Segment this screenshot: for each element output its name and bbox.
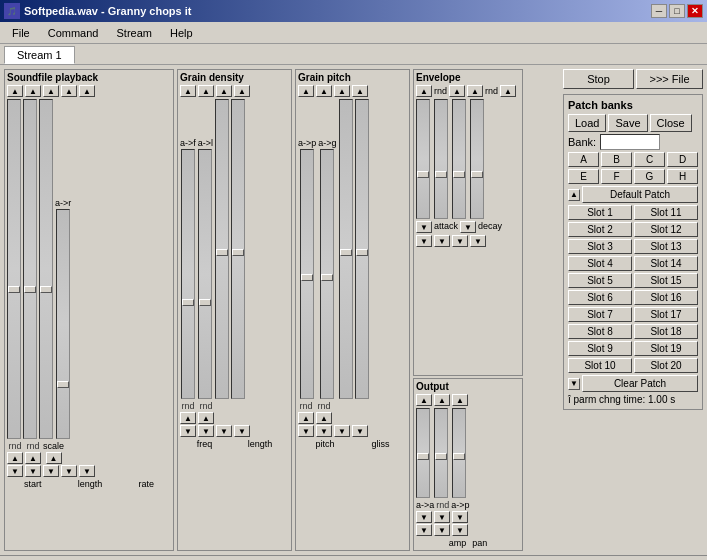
gd-slider-4[interactable] — [231, 99, 245, 399]
sp-down-arrow-2[interactable]: ▼ — [25, 465, 41, 477]
gp-down-4[interactable]: ▼ — [352, 425, 368, 437]
menu-stream[interactable]: Stream — [108, 25, 159, 41]
sp-slider-4[interactable] — [56, 209, 70, 439]
sp-up-arrow-4[interactable]: ▲ — [61, 85, 77, 97]
sp-up-arrow-3[interactable]: ▲ — [43, 85, 59, 97]
out-up-2[interactable]: ▲ — [434, 394, 450, 406]
slot-19[interactable]: Slot 19 — [634, 341, 698, 356]
gp-up-2[interactable]: ▲ — [316, 85, 332, 97]
slot-11[interactable]: Slot 11 — [634, 205, 698, 220]
close-button[interactable]: ✕ — [687, 4, 703, 18]
bank-h[interactable]: H — [667, 169, 698, 184]
sp-down-arrow-1[interactable]: ▼ — [7, 465, 23, 477]
slot-4[interactable]: Slot 4 — [568, 256, 632, 271]
slot-17[interactable]: Slot 17 — [634, 307, 698, 322]
env-down-6[interactable]: ▼ — [470, 235, 486, 247]
env-down-3[interactable]: ▼ — [416, 235, 432, 247]
env-slider-2[interactable] — [434, 99, 448, 219]
gd-rnd-arrow-1[interactable]: ▲ — [180, 412, 196, 424]
gp-slider-4[interactable] — [355, 99, 369, 399]
slot-7[interactable]: Slot 7 — [568, 307, 632, 322]
out-down-4[interactable]: ▼ — [416, 524, 432, 536]
sp-up-arrow-2[interactable]: ▲ — [25, 85, 41, 97]
gp-slider-1[interactable] — [300, 149, 314, 399]
bank-d[interactable]: D — [667, 152, 698, 167]
maximize-button[interactable]: □ — [669, 4, 685, 18]
bank-a[interactable]: A — [568, 152, 599, 167]
gp-up-3[interactable]: ▲ — [334, 85, 350, 97]
save-button[interactable]: Save — [608, 114, 647, 132]
close-patch-button[interactable]: Close — [650, 114, 692, 132]
patch-scroll-down[interactable]: ▼ — [568, 378, 580, 390]
gd-down-4[interactable]: ▼ — [234, 425, 250, 437]
slot-6[interactable]: Slot 6 — [568, 290, 632, 305]
slot-3[interactable]: Slot 3 — [568, 239, 632, 254]
gp-rnd-arrow-2[interactable]: ▲ — [316, 412, 332, 424]
out-down-6[interactable]: ▼ — [452, 524, 468, 536]
sp-down-arrow-4[interactable]: ▼ — [61, 465, 77, 477]
out-slider-2[interactable] — [434, 408, 448, 498]
clear-patch-button[interactable]: Clear Patch — [582, 375, 698, 392]
gd-rnd-arrow-2[interactable]: ▲ — [198, 412, 214, 424]
sp-slider-2[interactable] — [23, 99, 37, 439]
gp-slider-2[interactable] — [320, 149, 334, 399]
env-up-4[interactable]: ▲ — [500, 85, 516, 97]
gp-down-1[interactable]: ▼ — [298, 425, 314, 437]
slot-16[interactable]: Slot 16 — [634, 290, 698, 305]
gp-up-1[interactable]: ▲ — [298, 85, 314, 97]
out-up-1[interactable]: ▲ — [416, 394, 432, 406]
env-slider-4[interactable] — [470, 99, 484, 219]
bank-b[interactable]: B — [601, 152, 632, 167]
out-down-3[interactable]: ▼ — [452, 511, 468, 523]
out-rnd-arrow[interactable]: ▼ — [434, 511, 450, 523]
gp-down-3[interactable]: ▼ — [334, 425, 350, 437]
env-down-4[interactable]: ▼ — [434, 235, 450, 247]
env-down-1[interactable]: ▼ — [416, 221, 432, 233]
sp-down-arrow-3[interactable]: ▼ — [43, 465, 59, 477]
slot-14[interactable]: Slot 14 — [634, 256, 698, 271]
gd-up-4[interactable]: ▲ — [234, 85, 250, 97]
sp-up-arrow-5[interactable]: ▲ — [79, 85, 95, 97]
out-up-3[interactable]: ▲ — [452, 394, 468, 406]
env-up-3[interactable]: ▲ — [467, 85, 483, 97]
slot-13[interactable]: Slot 13 — [634, 239, 698, 254]
bank-f[interactable]: F — [601, 169, 632, 184]
slot-20[interactable]: Slot 20 — [634, 358, 698, 373]
menu-help[interactable]: Help — [162, 25, 201, 41]
gd-slider-2[interactable] — [198, 149, 212, 399]
default-patch-button[interactable]: Default Patch — [582, 186, 698, 203]
sp-scale-arrow[interactable]: ▲ — [46, 452, 62, 464]
slot-10[interactable]: Slot 10 — [568, 358, 632, 373]
gd-down-1[interactable]: ▼ — [180, 425, 196, 437]
gd-slider-1[interactable] — [181, 149, 195, 399]
slot-9[interactable]: Slot 9 — [568, 341, 632, 356]
env-up-1[interactable]: ▲ — [416, 85, 432, 97]
sp-down-arrow-5[interactable]: ▼ — [79, 465, 95, 477]
load-button[interactable]: Load — [568, 114, 606, 132]
env-down-5[interactable]: ▼ — [452, 235, 468, 247]
out-slider-1[interactable] — [416, 408, 430, 498]
slot-18[interactable]: Slot 18 — [634, 324, 698, 339]
env-slider-1[interactable] — [416, 99, 430, 219]
slot-15[interactable]: Slot 15 — [634, 273, 698, 288]
gp-rnd-arrow-1[interactable]: ▲ — [298, 412, 314, 424]
sp-rnd-arrow-1[interactable]: ▲ — [7, 452, 23, 464]
bank-e[interactable]: E — [568, 169, 599, 184]
gd-down-2[interactable]: ▼ — [198, 425, 214, 437]
minimize-button[interactable]: ─ — [651, 4, 667, 18]
stop-button[interactable]: Stop — [563, 69, 634, 89]
slot-12[interactable]: Slot 12 — [634, 222, 698, 237]
sp-up-arrow-1[interactable]: ▲ — [7, 85, 23, 97]
gp-down-2[interactable]: ▼ — [316, 425, 332, 437]
bank-c[interactable]: C — [634, 152, 665, 167]
slot-1[interactable]: Slot 1 — [568, 205, 632, 220]
env-up-2[interactable]: ▲ — [449, 85, 465, 97]
gd-up-1[interactable]: ▲ — [180, 85, 196, 97]
gp-up-4[interactable]: ▲ — [352, 85, 368, 97]
env-down-2[interactable]: ▼ — [460, 221, 476, 233]
sp-slider-3[interactable] — [39, 99, 53, 439]
file-button[interactable]: >>> File — [636, 69, 703, 89]
sp-slider-1[interactable] — [7, 99, 21, 439]
tab-stream1[interactable]: Stream 1 — [4, 46, 75, 64]
sp-rnd-arrow-2[interactable]: ▲ — [25, 452, 41, 464]
